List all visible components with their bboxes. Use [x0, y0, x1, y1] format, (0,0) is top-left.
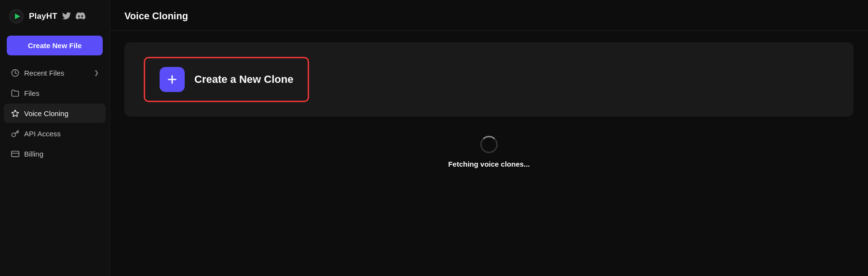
loading-spinner	[480, 136, 498, 153]
chevron-down-icon: ❯	[94, 69, 99, 76]
plus-icon-container	[160, 67, 185, 92]
logo-icon	[9, 9, 24, 24]
folder-icon	[11, 89, 19, 97]
logo-text: PlayHT	[29, 12, 57, 21]
loading-container: Fetching voice clones...	[124, 136, 854, 168]
create-clone-card: Create a New Clone	[124, 42, 854, 117]
sidebar-header: PlayHT	[0, 0, 109, 32]
page-title: Voice Cloning	[124, 11, 854, 22]
clock-icon	[11, 68, 19, 77]
sidebar-item-label-billing: Billing	[24, 150, 99, 158]
main-header: Voice Cloning	[110, 0, 868, 31]
svg-marker-3	[12, 110, 18, 116]
create-new-file-button[interactable]: Create New File	[7, 36, 103, 55]
sidebar-item-label-api-access: API Access	[24, 130, 99, 138]
sidebar-item-label-voice-cloning: Voice Cloning	[24, 109, 99, 118]
create-clone-label: Create a New Clone	[194, 73, 293, 86]
sidebar-nav: Recent Files ❯ Files Voice Cloning	[0, 63, 109, 163]
create-new-clone-button[interactable]: Create a New Clone	[144, 57, 309, 102]
card-icon	[11, 149, 19, 158]
social-icons	[62, 12, 85, 22]
sidebar-item-api-access[interactable]: API Access	[4, 124, 106, 143]
sidebar-item-label-files: Files	[24, 89, 99, 97]
sidebar-item-label-recent-files: Recent Files	[24, 69, 89, 77]
sidebar: PlayHT Create New File R	[0, 0, 110, 276]
discord-icon[interactable]	[76, 12, 85, 21]
sidebar-item-billing[interactable]: Billing	[4, 144, 106, 163]
sidebar-item-recent-files[interactable]: Recent Files ❯	[4, 63, 106, 82]
sidebar-item-files[interactable]: Files	[4, 83, 106, 103]
plus-icon	[166, 73, 178, 86]
main-content: Voice Cloning Create a New Clone Fetchin…	[110, 0, 868, 276]
key-icon	[11, 129, 19, 138]
twitter-icon[interactable]	[62, 12, 71, 22]
star-icon	[11, 109, 19, 118]
sidebar-item-voice-cloning[interactable]: Voice Cloning	[4, 104, 106, 123]
main-body: Create a New Clone Fetching voice clones…	[110, 31, 868, 276]
svg-rect-4	[11, 151, 19, 156]
loading-text: Fetching voice clones...	[448, 160, 529, 168]
